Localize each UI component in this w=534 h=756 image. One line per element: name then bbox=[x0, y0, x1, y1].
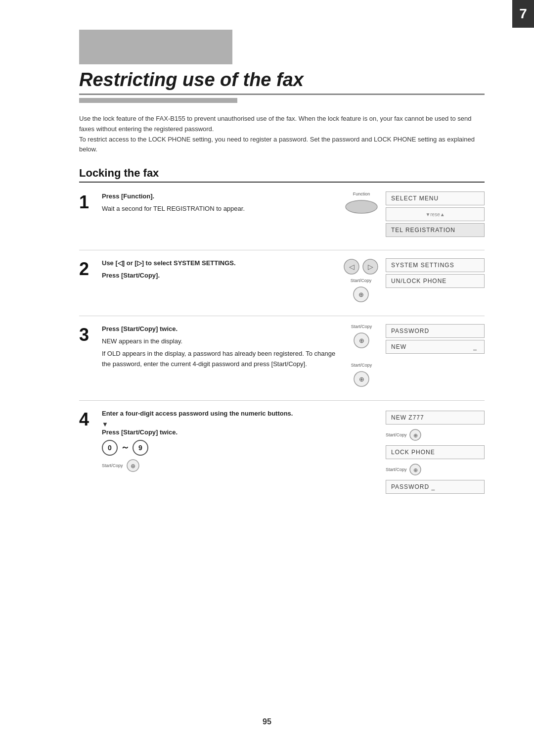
password-text-3: PASSWORD bbox=[391, 328, 429, 334]
new-text-3: NEW bbox=[391, 343, 406, 350]
step-1-screen-col: SELECT MENU ▼rese▲ TEL REGISTRATION bbox=[386, 191, 485, 237]
step-4-startcopy-between: Start/Copy ⊕ bbox=[386, 426, 485, 443]
step-4-startcopy-group: Start/Copy ⊕ bbox=[102, 459, 381, 472]
tilde-icon: ～ bbox=[121, 440, 130, 455]
step-4-row: 4 Enter a four-digit access password usi… bbox=[79, 409, 485, 494]
num-circle-9: 9 bbox=[133, 440, 148, 456]
screen-tel-registration: TEL REGISTRATION bbox=[386, 223, 485, 237]
step-1-row: 1 Press [Function]. Wait a second for TE… bbox=[79, 191, 485, 237]
screen-new-z777: NEW Z777 bbox=[386, 411, 485, 425]
start-copy-label-4a: Start/Copy bbox=[102, 462, 123, 469]
password2-text: PASSWORD _ bbox=[391, 483, 435, 490]
start-copy-label-4c: Start/Copy bbox=[386, 467, 407, 472]
screen-new-3: NEW _ bbox=[386, 340, 485, 354]
step-3-content: Press [Start/Copy] twice. NEW appears in… bbox=[102, 324, 344, 371]
step-4-numeric-icons: 0 ～ 9 bbox=[102, 440, 381, 456]
svg-text:⊕: ⊕ bbox=[358, 291, 364, 298]
svg-text:⊕: ⊕ bbox=[359, 376, 364, 383]
svg-text:⊕: ⊕ bbox=[131, 463, 135, 470]
function-btn-label: Function bbox=[353, 191, 370, 196]
function-button-icon bbox=[344, 199, 379, 214]
steps-area: 1 Press [Function]. Wait a second for TE… bbox=[79, 191, 485, 503]
intro-text: Use the lock feature of the FAX-B155 to … bbox=[79, 114, 485, 155]
step-1-body: Wait a second for TEL REGISTRATION to ap… bbox=[102, 204, 339, 214]
step-4-title: Enter a four-digit access password using… bbox=[102, 410, 293, 417]
step-2-screen-col: SYSTEM SETTINGS UN/LOCK PHONE bbox=[386, 258, 485, 288]
new-z777-text: NEW Z777 bbox=[391, 414, 424, 421]
step-2-right: ◁ ▷ Start/Copy ⊕ bbox=[343, 258, 485, 303]
start-copy-btn-icon-4a: ⊕ bbox=[126, 459, 140, 472]
select-menu-text: SELECT MENU bbox=[391, 195, 439, 202]
svg-text:⊕: ⊕ bbox=[413, 467, 417, 473]
left-nav-btn-icon: ◁ bbox=[343, 258, 360, 275]
start-copy-btn-icon-3b: ⊕ bbox=[353, 371, 370, 387]
svg-text:▷: ▷ bbox=[368, 263, 373, 271]
step-divider-1 bbox=[79, 250, 485, 250]
screen-unlock-phone: UN/LOCK PHONE bbox=[386, 274, 485, 288]
new-cursor-3: _ bbox=[473, 343, 479, 350]
section-tab: 7 bbox=[512, 0, 534, 28]
tel-registration-text: TEL REGISTRATION bbox=[391, 227, 455, 234]
step-2-row: 2 Use [◁] or [▷] to select SYSTEM SETTIN… bbox=[79, 258, 485, 303]
intro-line2: To restrict access to the LOCK PHONE set… bbox=[79, 135, 485, 155]
start-copy-btn-icon-2: ⊕ bbox=[353, 286, 369, 303]
step-3-number: 3 bbox=[79, 326, 97, 344]
start-copy-btn-icon-4c: ⊕ bbox=[409, 463, 422, 476]
step-1-button-col: Function bbox=[344, 191, 379, 214]
step-2-body: Press [Start/Copy]. bbox=[102, 271, 338, 281]
svg-text:◁: ◁ bbox=[349, 263, 355, 271]
step-4-startcopy-row1: Start/Copy ⊕ bbox=[102, 459, 381, 472]
system-settings-text: SYSTEM SETTINGS bbox=[391, 262, 454, 269]
step-4-number: 4 bbox=[79, 411, 97, 428]
section-number: 7 bbox=[519, 6, 527, 22]
screen-arrow-indicator: ▼rese▲ bbox=[386, 207, 485, 221]
start-copy-btn-icon-4b: ⊕ bbox=[409, 428, 422, 441]
screen-lock-phone: LOCK PHONE bbox=[386, 445, 485, 459]
start-copy-label-4b: Start/Copy bbox=[386, 432, 407, 437]
step-2-title: Use [◁] or [▷] to select SYSTEM SETTINGS… bbox=[102, 259, 236, 267]
step-3-body1: NEW appears in the display. bbox=[102, 336, 339, 347]
section-heading: Locking the fax bbox=[79, 167, 485, 183]
screen-system-settings: SYSTEM SETTINGS bbox=[386, 258, 485, 272]
page-title: Restricting use of the fax bbox=[79, 69, 485, 95]
step-4-screen-col: NEW Z777 Start/Copy ⊕ LOCK PHONE bbox=[386, 411, 485, 494]
top-gray-rectangle bbox=[79, 30, 232, 64]
step-2-number: 2 bbox=[79, 260, 97, 278]
step-1-content: Press [Function]. Wait a second for TEL … bbox=[102, 191, 344, 216]
start-copy-label-3b: Start/Copy bbox=[351, 363, 372, 368]
title-bar-decoration bbox=[79, 98, 237, 103]
step-divider-3 bbox=[79, 400, 485, 401]
step-3-body2: If OLD appears in the display, a passwor… bbox=[102, 349, 339, 370]
content-area: Restricting use of the fax Use the lock … bbox=[79, 69, 485, 503]
step-1-title: Press [Function]. bbox=[102, 192, 154, 200]
page-number: 95 bbox=[263, 717, 271, 726]
nav-buttons: ◁ ▷ bbox=[343, 258, 379, 275]
step-1-number: 1 bbox=[79, 193, 97, 211]
start-copy-btn-icon-3a: ⊕ bbox=[353, 332, 370, 349]
page-container: 7 Restricting use of the fax Use the loc… bbox=[0, 0, 534, 756]
step-3-row: 3 Press [Start/Copy] twice. NEW appears … bbox=[79, 324, 485, 387]
step-1-right: Function SELECT MENU ▼rese▲ bbox=[344, 191, 485, 237]
svg-text:⊕: ⊕ bbox=[413, 432, 417, 438]
start-copy-label-3a: Start/Copy bbox=[351, 324, 372, 329]
step-4-down-arrow: ▼ bbox=[102, 421, 381, 427]
intro-line1: Use the lock feature of the FAX-B155 to … bbox=[79, 114, 485, 135]
step-3-right: Start/Copy ⊕ Start/Copy ⊕ bbox=[344, 324, 485, 387]
svg-text:⊕: ⊕ bbox=[359, 337, 364, 344]
step-4-startcopy-after: Start/Copy ⊕ bbox=[386, 461, 485, 478]
screen-select-menu: SELECT MENU bbox=[386, 191, 485, 205]
screen-password-4: PASSWORD _ bbox=[386, 480, 485, 494]
screen-password-3: PASSWORD bbox=[386, 324, 485, 338]
arrow-indicator-text: ▼rese▲ bbox=[425, 212, 445, 217]
step-4-content: Enter a four-digit access password using… bbox=[102, 409, 386, 472]
step-3-title: Press [Start/Copy] twice. bbox=[102, 325, 178, 332]
step-2-content: Use [◁] or [▷] to select SYSTEM SETTINGS… bbox=[102, 258, 343, 283]
step-divider-2 bbox=[79, 316, 485, 316]
start-copy-label-2: Start/Copy bbox=[351, 278, 372, 283]
num-circle-0: 0 bbox=[102, 440, 118, 456]
step-4-body: Press [Start/Copy] twice. bbox=[102, 428, 178, 436]
step-3-screen-col: PASSWORD NEW _ bbox=[386, 324, 485, 354]
right-nav-btn-icon: ▷ bbox=[362, 258, 379, 275]
lock-phone-text: LOCK PHONE bbox=[391, 449, 435, 456]
step-2-button-col: ◁ ▷ Start/Copy ⊕ bbox=[343, 258, 379, 303]
